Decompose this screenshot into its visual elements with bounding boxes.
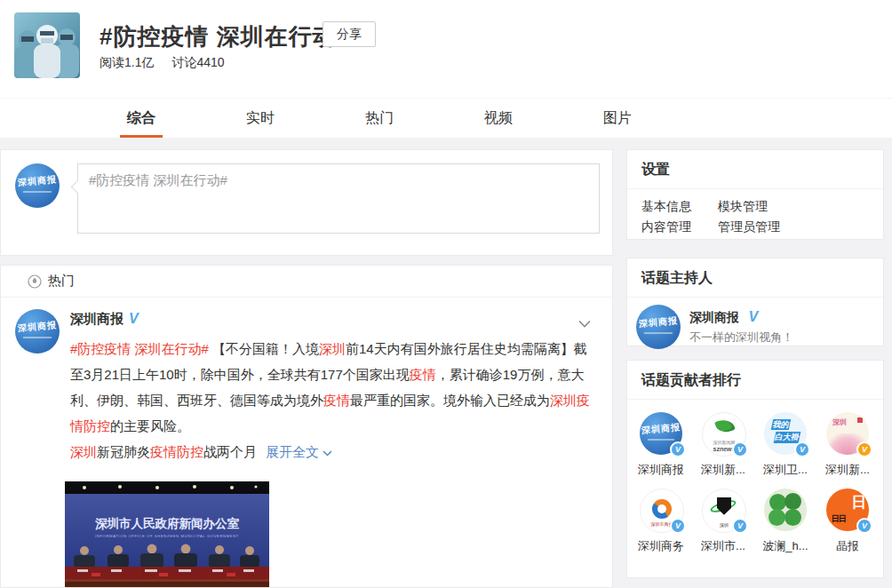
svg-text:深圳市人民政府新闻办公室: 深圳市人民政府新闻办公室 — [94, 517, 240, 530]
tab-label: 热门 — [365, 109, 394, 128]
shenzhen-daily-logo-text: 深圳商报 — [636, 314, 681, 330]
contributor-name: 晶报 — [836, 538, 859, 554]
feed-section-title: 热门 — [48, 273, 75, 290]
contributor-avatar: 我的白大褂V — [764, 412, 807, 455]
expand-full-text-link[interactable]: 展开全文 — [266, 444, 332, 459]
tab-label: 图片 — [603, 109, 632, 128]
verified-v-icon: V — [748, 309, 758, 324]
settings-links: 基本信息模块管理内容管理管理员管理 — [627, 189, 883, 237]
host-avatar[interactable]: 深圳商报 — [636, 305, 681, 349]
contributor-item-7[interactable]: 日日日V晶报 — [816, 489, 879, 554]
verified-badge-blue: V — [794, 441, 810, 457]
post: 深圳商报 深圳商报 V #防控疫情 深圳在行动# 【不分国籍！入境深圳前14天内… — [1, 298, 612, 465]
leaf-icon — [714, 417, 736, 434]
post-text-segment: 深圳 — [319, 341, 346, 356]
contributor-avatar: 深圳商报V — [640, 412, 682, 455]
topic-host-body: 深圳商报 深圳商报 V 不一样的深圳视角！ — [627, 298, 883, 356]
contributor-item-1[interactable]: 深圳新闻网sznewsV深圳新... — [692, 412, 754, 478]
logo-underline — [648, 439, 675, 441]
tab-realtime[interactable]: 实时 — [246, 99, 275, 138]
contributor-name: 深圳新... — [701, 462, 745, 478]
contributors-panel: 话题贡献者排行 深圳商报V深圳商报深圳新闻网sznewsV深圳新...我的白大褂… — [626, 360, 884, 578]
composer-input-value: #防控疫情 深圳在行动# — [89, 172, 227, 189]
post-text-segment: 新冠肺炎 — [97, 444, 150, 459]
contributor-item-3[interactable]: 深圳V深圳新... — [816, 412, 879, 478]
svg-text:INFORMATION OFFICE OF SHENZHEN: INFORMATION OFFICE OF SHENZHEN MUNICIPAL… — [95, 534, 239, 538]
contributor-item-4[interactable]: 深圳市商务V深圳商务 — [630, 489, 692, 554]
composer-input[interactable]: #防控疫情 深圳在行动# — [77, 163, 600, 234]
topic-avatar-image — [14, 12, 80, 78]
verified-v-icon: V — [129, 311, 139, 327]
logo-underline — [23, 337, 52, 338]
post-text-segment: 深圳 — [70, 444, 97, 459]
shield-icon — [717, 497, 731, 515]
topic-host-title: 话题主持人 — [627, 258, 883, 298]
contributor-item-6[interactable]: 波澜_h... — [754, 489, 816, 554]
tab-composite[interactable]: 综合 — [127, 99, 155, 138]
contributor-item-5[interactable]: 深圳V深圳市... — [692, 489, 754, 554]
host-name[interactable]: 深圳商报 — [689, 310, 739, 324]
share-button[interactable]: 分享 — [323, 21, 376, 47]
post-photo[interactable]: 深圳市人民政府新闻办公室 INFORMATION OFFICE OF SHENZ… — [65, 481, 269, 588]
tab-picture[interactable]: 图片 — [603, 99, 632, 138]
post-text-segment: 疫情防控 — [150, 444, 203, 459]
contributors-title: 话题贡献者排行 — [627, 361, 883, 400]
topic-stats: 阅读1.1亿讨论4410 — [100, 55, 243, 71]
settings-link-admin-management[interactable]: 管理员管理 — [718, 217, 794, 237]
medical-workers-photo — [14, 12, 80, 78]
contributor-item-2[interactable]: 我的白大褂V深圳卫... — [754, 412, 816, 478]
composer-avatar: 深圳商报 — [15, 163, 60, 208]
logo-text: 白大褂 — [774, 432, 801, 443]
contributor-item-0[interactable]: 深圳商报V深圳商报 — [630, 412, 692, 478]
post-footer-text: 深圳新冠肺炎疫情防控战两个月 — [70, 444, 257, 459]
contributors-grid: 深圳商报V深圳商报深圳新闻网sznewsV深圳新...我的白大褂V深圳卫...深… — [627, 400, 883, 565]
settings-link-module-management[interactable]: 模块管理 — [718, 196, 794, 217]
tab-hot[interactable]: 热门 — [365, 99, 394, 138]
contributor-name: 深圳商报 — [638, 462, 684, 478]
topic-hashtag-link[interactable]: #防控疫情 深圳在行动# — [70, 341, 209, 356]
tab-label: 视频 — [484, 109, 513, 128]
weibo-topic-page: #防控疫情 深圳在行动# 分享 阅读1.1亿讨论4410 综合实时热门视频图片 … — [0, 0, 892, 588]
contributor-name: 深圳新... — [825, 462, 870, 478]
post-text: #防控疫情 深圳在行动# 【不分国籍！入境深圳前14天内有国外旅行居住史均需隔离… — [70, 336, 600, 439]
contributor-name: 深圳商务 — [638, 538, 684, 554]
post-footer-line: 深圳新冠肺炎疫情防控战两个月展开全文 — [70, 439, 598, 465]
topic-header: #防控疫情 深圳在行动# 分享 阅读1.1亿讨论4410 — [0, 0, 892, 98]
reads-count: 阅读1.1亿 — [100, 55, 154, 69]
logo-text: 深圳 — [832, 417, 847, 427]
post-author-name[interactable]: 深圳商报 — [70, 311, 123, 328]
logo-text: 日 — [851, 492, 866, 513]
settings-link-content-management[interactable]: 内容管理 — [641, 217, 718, 237]
logo-underline — [644, 332, 673, 334]
logo-text: 日日 — [832, 513, 846, 525]
composer-card: 深圳商报 #防控疫情 深圳在行动# — [0, 149, 613, 256]
settings-title: 设置 — [627, 150, 883, 189]
tab-label: 实时 — [246, 109, 275, 128]
settings-link-basic-info[interactable]: 基本信息 — [641, 196, 718, 217]
composer-bubble-arrow — [71, 180, 85, 195]
shenzhen-daily-logo-text: 深圳商报 — [15, 173, 60, 189]
shenzhen-daily-logo-text: 深圳商报 — [15, 319, 60, 335]
contributor-name: 波澜_h... — [762, 538, 808, 554]
tab-video[interactable]: 视频 — [484, 99, 513, 138]
post-author-avatar[interactable]: 深圳商报 — [15, 309, 60, 354]
hot-icon — [28, 274, 42, 289]
feed-section-header: 热门 — [1, 266, 612, 298]
post-menu-chevron-icon[interactable] — [578, 315, 591, 331]
host-description: 不一样的深圳视角！ — [689, 330, 793, 346]
contributor-avatar: 深圳V — [702, 489, 745, 531]
contributor-name: 深圳市... — [701, 538, 745, 554]
seal-icon — [857, 417, 863, 423]
verified-badge-blue: V — [732, 518, 748, 534]
settings-panel: 设置 基本信息模块管理内容管理管理员管理 — [626, 149, 884, 240]
avatar-clover — [764, 489, 807, 531]
post-text-segment: 最严重的国家。境外输入已经成为 — [350, 393, 550, 408]
logo-text: 我的 — [770, 419, 791, 430]
press-conference-photo: 深圳市人民政府新闻办公室 INFORMATION OFFICE OF SHENZ… — [65, 481, 269, 588]
contributor-avatar: 深圳V — [826, 412, 869, 455]
verified-badge-blue: V — [856, 518, 872, 534]
verified-badge-orange: V — [856, 441, 872, 457]
shenzhen-daily-logo-text: 深圳商报 — [640, 421, 682, 437]
post-text-segment: 战两个月 — [203, 444, 257, 459]
swirl-logo-icon — [652, 499, 672, 519]
